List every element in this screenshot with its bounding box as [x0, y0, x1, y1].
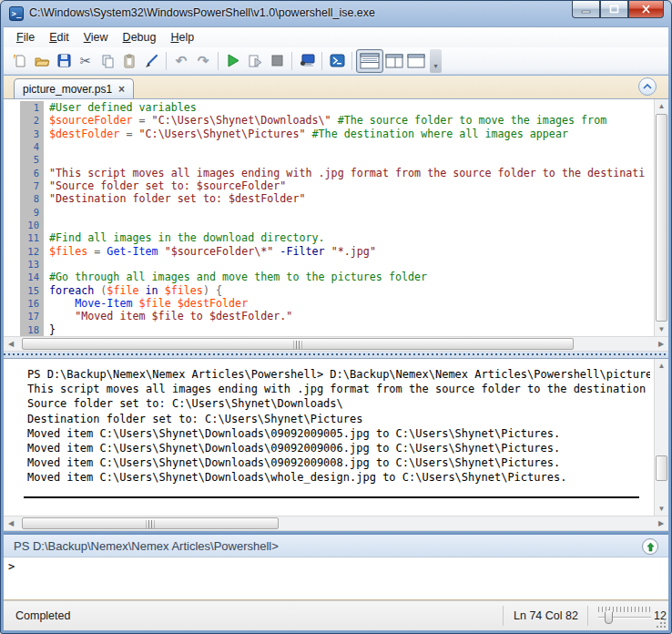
code-line: $files = Get-Item "$sourceFolder\*" -Fil…	[49, 245, 652, 258]
toolbar-separator	[218, 52, 219, 70]
tab-close-icon[interactable]: ×	[118, 84, 125, 95]
minimize-icon	[581, 5, 591, 14]
line-number: 12	[20, 245, 44, 258]
copy-button[interactable]	[97, 50, 118, 72]
open-script-button[interactable]	[31, 50, 53, 72]
code-line: }	[49, 323, 652, 336]
code-line: "This script moves all images ending wit…	[49, 167, 652, 179]
code-line: "Moved item $file to $destFolder."	[49, 310, 652, 322]
scroll-up-arrow-icon[interactable]: ▲	[655, 99, 668, 113]
scroll-right-arrow-icon[interactable]: ▶	[654, 516, 668, 530]
editor-hscroll-thumb[interactable]	[22, 338, 574, 350]
code-lines: #User defined variables$sourceFolder = "…	[49, 101, 652, 336]
scroll-left-arrow-icon[interactable]: ◀	[4, 337, 18, 351]
resize-grip[interactable]	[655, 617, 667, 629]
line-number: 4	[20, 140, 44, 153]
show-script-pane-top-button[interactable]	[356, 49, 383, 73]
output-hscroll-thumb[interactable]	[22, 517, 279, 529]
tab-label: picture_mover.ps1	[23, 83, 112, 96]
clear-output-button[interactable]	[140, 50, 162, 72]
output-vscroll-thumb[interactable]	[656, 455, 667, 481]
toolbar-separator	[291, 52, 292, 70]
line-number: 3	[20, 128, 44, 140]
status-bar: Completed Ln 74 Col 82 12	[4, 600, 668, 630]
app-icon: >_	[9, 6, 24, 21]
status-separator	[503, 606, 504, 626]
redo-button[interactable]: ↷	[192, 50, 214, 72]
menu-bar: FileEditViewDebugHelp	[4, 26, 668, 47]
line-number: 13	[20, 258, 44, 271]
output-pane[interactable]: PS D:\Backup\Nemex\Nemex Articles\Powers…	[4, 358, 668, 516]
menu-item-help[interactable]: Help	[163, 28, 201, 46]
zoom-slider-thumb[interactable]	[605, 609, 613, 624]
code-line: "Destination folder set to: $destFolder"	[49, 192, 652, 205]
line-number: 9	[20, 206, 44, 219]
tab-picture-mover[interactable]: picture_mover.ps1 ×	[14, 78, 134, 98]
close-button[interactable]	[628, 1, 664, 18]
code-line	[49, 258, 652, 271]
new-script-icon	[13, 54, 27, 68]
run-icon	[227, 54, 239, 67]
toolbar-separator	[351, 52, 352, 70]
command-input-area[interactable]: >	[4, 557, 668, 600]
line-number: 5	[20, 153, 44, 166]
code-line: "Source folder set to: $sourceFolder"	[49, 179, 652, 192]
code-line	[49, 206, 652, 219]
run-selection-button[interactable]	[244, 50, 266, 72]
run-selection-icon	[248, 54, 262, 68]
pane-splitter[interactable]	[4, 352, 668, 358]
command-prompt-band: PS D:\Backup\Nemex\Nemex Articles\Powers…	[4, 533, 668, 557]
new-remote-powershell-tab-button[interactable]	[296, 50, 318, 72]
line-number: 2	[20, 114, 44, 127]
scroll-down-arrow-icon[interactable]: ▼	[655, 502, 668, 516]
line-number: 6	[20, 167, 44, 179]
menu-item-edit[interactable]: Edit	[42, 28, 76, 46]
show-script-pane-maximized-button[interactable]	[405, 50, 427, 72]
maximize-icon	[609, 5, 619, 14]
output-line: Destination folder set to: C:\Users\Shyn…	[27, 412, 650, 426]
menu-item-debug[interactable]: Debug	[116, 28, 164, 46]
paste-button[interactable]	[118, 50, 140, 72]
line-number: 1	[20, 101, 44, 114]
start-powershell-button[interactable]	[326, 50, 348, 72]
output-horizontal-scrollbar[interactable]: ◀ ▶	[4, 516, 668, 531]
collapse-script-pane-button[interactable]	[638, 77, 657, 96]
save-button[interactable]	[53, 50, 75, 72]
editor-horizontal-scrollbar[interactable]: ◀ ▶	[4, 336, 668, 352]
scroll-left-arrow-icon[interactable]: ◀	[4, 516, 18, 530]
show-script-pane-right-button[interactable]	[383, 50, 405, 72]
cut-button[interactable]: ✂	[75, 50, 97, 72]
output-line: Source folder set to: C:\Users\Shynet\Do…	[27, 396, 650, 411]
line-number: 11	[20, 231, 44, 244]
chevron-up-icon	[643, 84, 652, 89]
command-pane-up-button[interactable]	[642, 538, 658, 555]
cut-icon: ✂	[80, 54, 92, 67]
new-script-button[interactable]	[9, 50, 31, 72]
minimize-button[interactable]	[572, 1, 600, 18]
powershell-ise-window: >_ C:\Windows\System32\WindowsPowerShell…	[0, 0, 672, 634]
line-number: 15	[20, 284, 44, 297]
window-title: C:\Windows\System32\WindowsPowerShell\v1…	[29, 6, 375, 19]
clear-output-icon	[144, 54, 158, 68]
scroll-right-arrow-icon[interactable]: ▶	[654, 337, 668, 351]
output-vertical-scrollbar[interactable]: ▲ ▼	[654, 359, 668, 516]
maximize-button[interactable]	[600, 1, 628, 18]
scroll-down-arrow-icon[interactable]: ▼	[655, 322, 668, 336]
code-line: foreach ($file in $files) {	[49, 284, 652, 297]
scroll-up-arrow-icon[interactable]: ▲	[655, 359, 668, 373]
line-number: 7	[20, 179, 44, 192]
script-pane-right-icon	[385, 54, 403, 68]
run-script-button[interactable]	[222, 50, 244, 72]
output-line: PS D:\Backup\Nemex\Nemex Articles\Powers…	[27, 367, 650, 382]
toolbar-overflow-handle[interactable]: ▾	[430, 49, 442, 73]
stop-button[interactable]	[266, 50, 288, 72]
undo-button[interactable]: ↶	[170, 50, 192, 72]
scroll-grip	[147, 520, 155, 528]
editor-vscroll-thumb[interactable]	[656, 114, 667, 322]
script-editor-pane[interactable]: 123456789101112131415161718 #User define…	[4, 98, 668, 336]
menu-item-view[interactable]: View	[76, 28, 116, 46]
script-pane-maximized-icon	[407, 54, 425, 68]
menu-item-file[interactable]: File	[9, 28, 42, 46]
editor-vertical-scrollbar[interactable]: ▲ ▼	[654, 99, 668, 336]
stop-icon	[271, 55, 283, 66]
